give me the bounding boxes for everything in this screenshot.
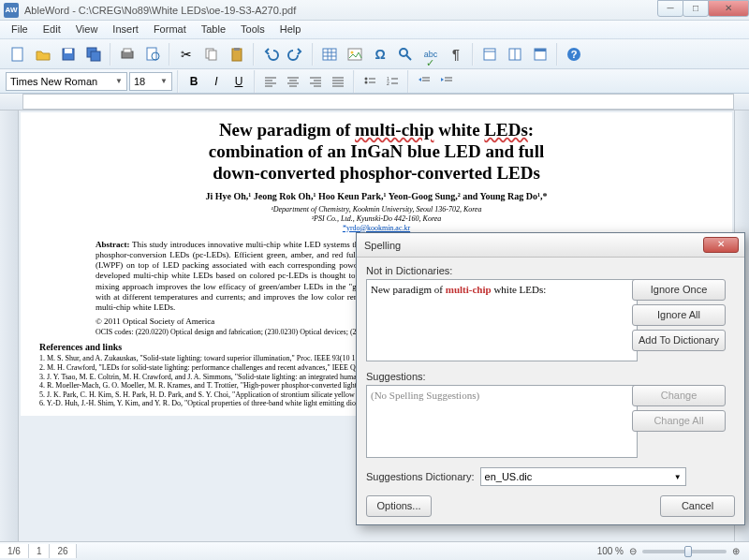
svg-point-20 [400,49,407,56]
menu-table[interactable]: Table [194,21,233,38]
ignore-once-button[interactable]: Ignore Once [632,279,726,301]
print-preview-icon[interactable] [140,42,165,66]
zoom-slider[interactable] [642,550,727,553]
bullet-list-button[interactable] [360,71,380,92]
doc-affil-1: ¹Department of Chemistry, Kookmin Univer… [39,205,713,214]
format-bar: Times New Roman▼ 18▼ B I U 12 [0,69,749,94]
menu-bar: File Edit View Insert Format Table Tools… [0,21,749,39]
svg-rect-22 [484,49,495,60]
vertical-ruler [0,111,19,541]
dialog-title: Spelling [364,240,401,251]
line-indicator: 1 [29,544,51,558]
dialog-close-button[interactable]: ✕ [703,237,739,253]
find-icon[interactable] [393,42,418,66]
save-icon[interactable] [56,42,81,66]
font-size-combo[interactable]: 18▼ [129,72,172,91]
align-left-button[interactable] [260,71,281,92]
doc-title: New paradigm of multi-chip white LEDs: c… [39,120,713,184]
svg-rect-13 [323,49,336,60]
svg-rect-12 [234,48,240,51]
status-bar: 1/6 1 26 100 % ⊖ ⊕ [0,541,749,560]
open-icon[interactable] [31,42,55,66]
minimize-button[interactable]: ─ [657,0,683,17]
help-icon[interactable]: ? [562,42,586,66]
doc-email: *yrdo@kookmin.ac.kr [39,224,713,232]
ignore-all-button[interactable]: Ignore All [632,304,726,326]
svg-rect-10 [209,51,216,60]
outdent-button[interactable] [414,71,434,92]
menu-format[interactable]: Format [146,21,194,38]
dictionary-combo[interactable]: en_US.dic▼ [480,467,686,486]
zoom-label: 100 % [597,546,624,556]
svg-rect-6 [124,49,131,52]
zoom-out-button[interactable]: ⊖ [629,546,637,556]
svg-point-48 [365,81,368,83]
add-to-dictionary-button[interactable]: Add To Dictionary [632,330,726,351]
not-in-dict-label: Not in Dictionaries: [366,265,735,276]
pilcrow-icon[interactable]: ¶ [444,42,468,66]
page-indicator[interactable]: 1/6 [0,544,29,558]
layout1-icon[interactable] [477,42,502,66]
layout3-icon[interactable] [528,42,552,66]
dict-label: Suggestions Dictionary: [366,471,475,482]
menu-insert[interactable]: Insert [105,21,146,38]
dialog-titlebar[interactable]: Spelling ✕ [357,233,744,258]
doc-authors: Ji Hye Oh,¹ Jeong Rok Oh,¹ Hoo Keun Park… [39,191,713,201]
svg-rect-27 [535,49,546,52]
main-toolbar: ✂ Ω abc✓ ¶ ? [0,39,749,69]
titlebar: AW AbleWord - C:\CREG\No89\White LEDs\oe… [0,0,749,21]
svg-rect-4 [91,52,100,61]
menu-file[interactable]: File [4,21,36,38]
cut-icon[interactable]: ✂ [174,42,198,66]
spelling-dialog: Spelling ✕ Not in Dictionaries: New para… [356,232,745,525]
layout2-icon[interactable] [503,42,527,66]
suggestions-list[interactable]: (No Spelling Suggestions) [366,385,638,458]
doc-affil-2: ²PSI Co., Ltd., Kyunski-Do 442-160, Kore… [39,214,713,224]
maximize-button[interactable]: □ [683,0,709,17]
underline-button[interactable]: U [228,71,249,92]
svg-text:2: 2 [387,81,389,86]
window-controls: ─ □ ✕ [658,0,749,17]
align-justify-button[interactable] [328,71,348,92]
paste-icon[interactable] [225,42,249,66]
zoom-in-button[interactable]: ⊕ [732,546,740,556]
indent-button[interactable] [436,71,457,92]
options-button[interactable]: Options... [366,495,432,517]
menu-help[interactable]: Help [272,21,309,38]
svg-line-21 [406,55,411,60]
redo-icon[interactable] [284,42,308,66]
menu-tools[interactable]: Tools [233,21,272,38]
number-list-button[interactable]: 12 [382,71,403,92]
change-all-button: Change All [632,410,726,432]
menu-view[interactable]: View [68,21,106,38]
horizontal-ruler [0,94,749,111]
col-indicator: 26 [50,544,76,558]
change-button: Change [632,385,726,406]
spellcheck-icon[interactable]: abc✓ [419,42,443,66]
font-name-combo[interactable]: Times New Roman▼ [6,72,127,91]
copy-icon[interactable] [199,42,224,66]
insert-table-icon[interactable] [317,42,342,66]
svg-point-46 [365,77,368,80]
align-right-button[interactable] [305,71,326,92]
app-icon: AW [4,3,19,18]
svg-text:?: ? [571,49,578,60]
svg-rect-0 [12,48,22,61]
print-icon[interactable] [115,42,140,66]
italic-button[interactable]: I [206,71,227,92]
close-button[interactable]: ✕ [708,0,749,17]
align-center-button[interactable] [283,71,303,92]
bold-button[interactable]: B [184,71,204,92]
window-title: AbleWord - C:\CREG\No89\White LEDs\oe-19… [24,5,296,16]
cancel-button[interactable]: Cancel [660,495,735,517]
svg-point-19 [351,51,354,53]
undo-icon[interactable] [258,42,283,66]
svg-rect-2 [65,49,72,53]
save-all-icon[interactable] [81,42,106,66]
new-icon[interactable] [6,42,30,66]
menu-edit[interactable]: Edit [36,21,68,38]
insert-image-icon[interactable] [343,42,367,66]
suggestions-label: Suggestions: [366,371,735,382]
not-in-dict-field[interactable]: New paradigm of multi-chip white LEDs: [366,279,638,361]
insert-symbol-icon[interactable]: Ω [368,42,392,66]
